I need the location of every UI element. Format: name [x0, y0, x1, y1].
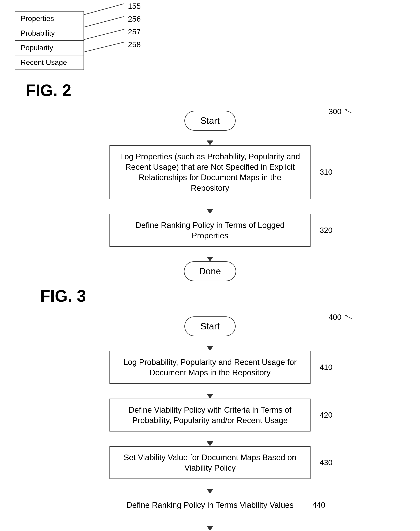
fig2-row-popularity: Popularity [15, 41, 84, 55]
fig4-node410-wrapper: Log Probability, Popularity and Recent U… [109, 351, 311, 384]
fig3-section: 300 Start Log Properties (such as Probab… [15, 107, 405, 305]
fig4-ref-420: 420 [320, 411, 332, 420]
fig3-node310: Log Properties (such as Probability, Pop… [109, 145, 311, 199]
fig2-row-properties: Properties [15, 12, 84, 26]
fig4-node440-row: Define Ranking Policy in Terms Viability… [29, 494, 391, 516]
ref-256: 256 [128, 15, 141, 23]
ref-155: 155 [128, 2, 141, 11]
fig2-title: FIG. 2 [26, 81, 405, 100]
fig4-node430-row: Set Viability Value for Document Maps Ba… [29, 446, 391, 479]
fig2-table-section: Properties Probability Popularity Recent… [15, 11, 405, 70]
fig4-ref-410: 410 [320, 363, 332, 372]
svg-line-3 [84, 42, 124, 52]
fig3-node310-wrapper: Log Properties (such as Probability, Pop… [109, 145, 311, 199]
svg-line-2 [84, 29, 124, 40]
fig4-arrow4 [207, 479, 213, 494]
fig4-node410-row: Log Probability, Popularity and Recent U… [29, 351, 391, 384]
ref-258: 258 [128, 40, 141, 49]
fig4-node440: Define Ranking Policy in Terms Viability… [117, 494, 303, 516]
fig2-row-recentusage: Recent Usage [15, 55, 84, 69]
fig3-ref-310: 310 [320, 168, 332, 176]
fig3-node320-wrapper: Define Ranking Policy in Terms of Logged… [109, 214, 311, 247]
fig3-flowchart: Start Log Properties (such as Probabilit… [29, 111, 391, 281]
fig4-node420: Define Viability Policy with Criteria in… [109, 399, 311, 432]
fig2-table: Properties Probability Popularity Recent… [15, 11, 84, 70]
fig3-node320: Define Ranking Policy in Terms of Logged… [109, 214, 311, 247]
fig4-node410: Log Probability, Popularity and Recent U… [109, 351, 311, 384]
fig3-title: FIG. 3 [40, 287, 391, 305]
fig3-start: Start [184, 111, 236, 131]
fig4-arrow2 [207, 384, 213, 399]
fig4-arrow1 [207, 336, 213, 351]
fig3-arrow2 [207, 199, 213, 214]
fig4-flowchart: Start Log Probability, Popularity and Re… [29, 316, 391, 531]
fig3-done-row: Done [29, 261, 391, 281]
fig4-start-row: Start [29, 316, 391, 336]
svg-line-0 [84, 4, 124, 15]
svg-line-1 [84, 16, 124, 27]
fig4-node420-wrapper: Define Viability Policy with Criteria in… [109, 399, 311, 432]
fig2-row-probability: Probability [15, 26, 84, 41]
fig4-node420-row: Define Viability Policy with Criteria in… [29, 399, 391, 432]
fig4-node430: Set Viability Value for Document Maps Ba… [109, 446, 311, 479]
ref-257: 257 [128, 28, 141, 36]
fig4-node440-wrapper: Define Ranking Policy in Terms Viability… [117, 494, 303, 516]
fig3-done: Done [184, 261, 236, 281]
fig3-node320-row: Define Ranking Policy in Terms of Logged… [29, 214, 391, 247]
fig4-node430-wrapper: Set Viability Value for Document Maps Ba… [109, 446, 311, 479]
fig3-arrow3 [207, 247, 213, 261]
fig4-arrow3 [207, 432, 213, 446]
fig4-ref-440: 440 [312, 501, 325, 509]
fig3-ref-320: 320 [320, 226, 332, 235]
fig3-start-row: Start [29, 111, 391, 131]
fig4-start: Start [184, 316, 236, 336]
fig4-arrow5 [207, 516, 213, 531]
fig3-arrow1 [207, 131, 213, 145]
fig4-ref-430: 430 [320, 458, 332, 467]
page: Properties Probability Popularity Recent… [0, 0, 420, 531]
fig2-ref-lines [84, 9, 157, 60]
fig4-section: 400 Start Log Probability, Popularity an… [15, 313, 405, 531]
fig3-node310-row: Log Properties (such as Probability, Pop… [29, 145, 391, 199]
